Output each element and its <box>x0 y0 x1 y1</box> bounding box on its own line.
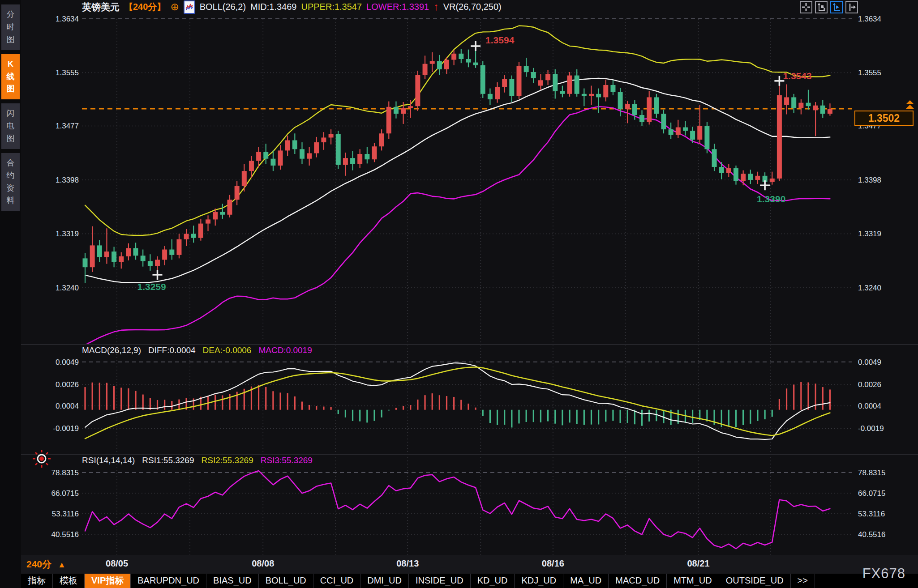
candle[interactable] <box>683 128 688 131</box>
candle[interactable] <box>647 97 652 122</box>
candle[interactable] <box>459 54 463 59</box>
candle[interactable] <box>386 107 391 133</box>
candle[interactable] <box>213 212 218 220</box>
candle[interactable] <box>618 92 623 109</box>
candle[interactable] <box>119 256 124 262</box>
candle[interactable] <box>430 61 435 64</box>
candle[interactable] <box>806 103 811 107</box>
candle[interactable] <box>632 104 637 115</box>
candle[interactable] <box>755 176 760 180</box>
candle[interactable] <box>300 149 305 158</box>
candle[interactable] <box>336 134 341 165</box>
axis-scale-icon[interactable] <box>815 1 828 13</box>
candle[interactable] <box>206 219 210 223</box>
tab-macd_ud[interactable]: MACD_UD <box>609 574 667 588</box>
alert-sun-icon[interactable] <box>31 448 52 471</box>
candle[interactable] <box>473 63 478 65</box>
candle[interactable] <box>314 142 319 153</box>
sidebar-item-kline[interactable]: K线图 <box>1 54 20 100</box>
candle[interactable] <box>828 109 832 114</box>
candle[interactable] <box>509 79 514 96</box>
candle[interactable] <box>321 137 326 142</box>
candle[interactable] <box>292 141 297 149</box>
candle[interactable] <box>704 126 709 149</box>
candle[interactable] <box>741 174 746 181</box>
candle[interactable] <box>343 158 348 165</box>
candle[interactable] <box>372 146 377 159</box>
candle[interactable] <box>112 251 116 262</box>
candle[interactable] <box>90 245 95 267</box>
tab-vip-[interactable]: VIP指标 <box>85 574 131 588</box>
candle[interactable] <box>307 153 312 158</box>
candle[interactable] <box>488 94 493 99</box>
candle[interactable] <box>813 106 818 111</box>
candle[interactable] <box>669 129 673 135</box>
candle[interactable] <box>820 106 825 114</box>
candle[interactable] <box>567 76 572 94</box>
candle[interactable] <box>133 248 138 256</box>
tab-cci_ud[interactable]: CCI_UD <box>313 574 360 588</box>
candle[interactable] <box>176 239 181 255</box>
tab-bias_ud[interactable]: BIAS_UD <box>206 574 259 588</box>
candle[interactable] <box>596 94 601 98</box>
candle[interactable] <box>676 128 681 135</box>
candle[interactable] <box>553 74 558 91</box>
candle[interactable] <box>379 133 384 146</box>
candle[interactable] <box>734 168 738 181</box>
candle[interactable] <box>126 248 131 256</box>
candle[interactable] <box>191 234 196 238</box>
tab-ma_ud[interactable]: MA_UD <box>563 574 609 588</box>
period-selector[interactable]: 240分▲ <box>26 558 66 571</box>
tab-boll_ud[interactable]: BOLL_UD <box>259 574 313 588</box>
sidebar-item-contract-info[interactable]: 合约资料 <box>1 153 20 211</box>
candle[interactable] <box>639 115 644 122</box>
tab-outside_ud[interactable]: OUTSIDE_UD <box>719 574 791 588</box>
candle[interactable] <box>285 141 290 151</box>
candle[interactable] <box>270 159 275 166</box>
candle[interactable] <box>589 94 594 96</box>
candle[interactable] <box>408 106 413 108</box>
candle[interactable] <box>712 149 717 167</box>
candle[interactable] <box>162 250 167 260</box>
candle[interactable] <box>198 224 203 238</box>
candle[interactable] <box>415 75 420 106</box>
candle[interactable] <box>661 114 666 129</box>
expand-icon[interactable]: ⊕ <box>170 2 179 12</box>
candle[interactable] <box>603 85 608 97</box>
candle[interactable] <box>480 65 485 94</box>
candle[interactable] <box>235 186 240 200</box>
candle[interactable] <box>350 158 355 164</box>
tab--[interactable]: 模板 <box>53 574 85 588</box>
candle[interactable] <box>748 174 753 180</box>
candle[interactable] <box>169 250 174 255</box>
candle[interactable] <box>502 79 507 87</box>
tab->>[interactable]: >> <box>791 574 815 588</box>
tab-barupdn_ud[interactable]: BARUPDN_UD <box>131 574 206 588</box>
candle[interactable] <box>726 168 731 173</box>
candle[interactable] <box>227 200 232 215</box>
tab-kd_ud[interactable]: KD_UD <box>471 574 515 588</box>
kline-style-icon[interactable] <box>184 0 195 14</box>
candle[interactable] <box>777 95 782 179</box>
candle[interactable] <box>538 80 543 85</box>
candle[interactable] <box>690 131 695 140</box>
candle[interactable] <box>610 85 615 92</box>
candle[interactable] <box>401 108 406 114</box>
candle[interactable] <box>798 103 803 108</box>
candle[interactable] <box>719 167 724 173</box>
candle[interactable] <box>770 179 775 182</box>
candle[interactable] <box>220 212 225 215</box>
sidebar-item-timeshare[interactable]: 分时图 <box>1 4 20 50</box>
candle[interactable] <box>184 234 189 239</box>
candle[interactable] <box>654 97 659 114</box>
candle[interactable] <box>495 87 500 99</box>
candle[interactable] <box>141 256 146 261</box>
candle[interactable] <box>263 152 268 158</box>
candle[interactable] <box>437 61 442 69</box>
candle[interactable] <box>394 107 399 114</box>
candle[interactable] <box>784 97 789 105</box>
auto-scale-icon[interactable] <box>830 1 843 13</box>
tab-kdj_ud[interactable]: KDJ_UD <box>515 574 563 588</box>
candle[interactable] <box>575 76 579 94</box>
candle[interactable] <box>256 152 261 161</box>
